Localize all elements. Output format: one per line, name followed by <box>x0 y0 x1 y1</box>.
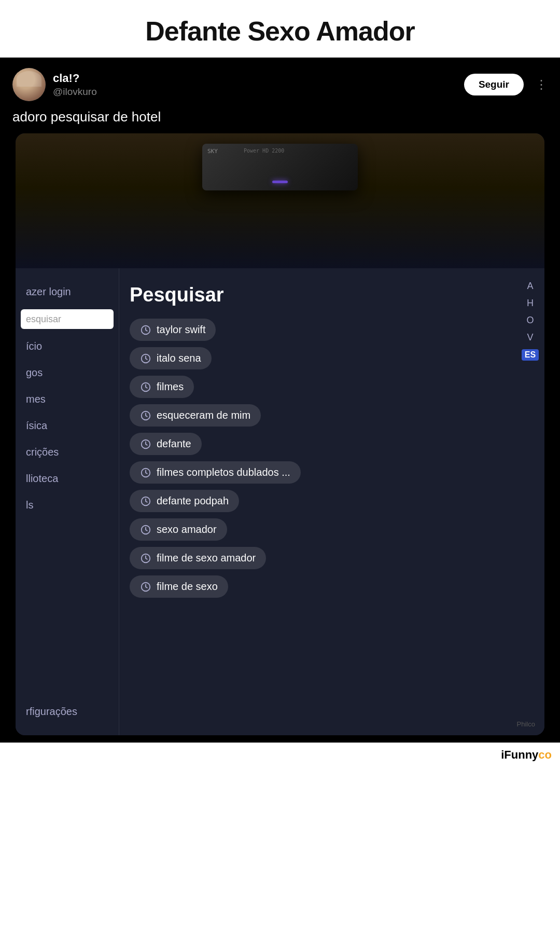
tv-ui: azer login esquisar ício gos mes ísica <box>16 268 544 735</box>
suggestion-chip[interactable]: sexo amador <box>130 518 227 541</box>
sidebar-settings[interactable]: rfigurações <box>16 698 119 725</box>
suggestion-chip[interactable]: filme de sexo <box>130 575 228 598</box>
clock-icon <box>140 581 151 593</box>
user-info: cla!? @ilovkuro <box>53 72 457 98</box>
tv-device: SKY Power HD 2200 <box>202 144 358 190</box>
suggestion-chip[interactable]: defante <box>130 433 202 455</box>
clock-icon <box>140 324 151 336</box>
tv-sidebar: azer login esquisar ício gos mes ísica <box>16 268 119 735</box>
tweet-section: cla!? @ilovkuro Seguir ⋮ adoro pesquisar… <box>0 58 560 743</box>
tv-light <box>272 181 288 183</box>
suggestion-label: italo sena <box>157 352 201 364</box>
suggestion-label: defante <box>157 438 191 450</box>
suggestion-chip[interactable]: italo sena <box>130 347 212 369</box>
search-input-text: esquisar <box>26 314 61 325</box>
suggestion-label: defante podpah <box>157 495 229 507</box>
suggestion-label: taylor swift <box>157 324 205 336</box>
suggestion-chip[interactable]: taylor swift <box>130 319 216 341</box>
tv-device-label2: Power HD 2200 <box>244 148 284 154</box>
search-title: Pesquisar <box>130 284 506 306</box>
clock-icon <box>140 410 151 421</box>
suggestion-label: filmes completos dublados ... <box>157 466 290 478</box>
follow-button[interactable]: Seguir <box>464 74 524 95</box>
tweet-header: cla!? @ilovkuro Seguir ⋮ <box>12 68 548 101</box>
suggestion-label: filme de sexo <box>157 581 218 593</box>
suggestion-label: sexo amador <box>157 524 217 535</box>
alpha-letter-o[interactable]: O <box>526 313 534 328</box>
alpha-badge[interactable]: ES <box>522 349 539 361</box>
alpha-letter-v[interactable]: V <box>527 330 533 345</box>
sidebar-item-login[interactable]: azer login <box>16 279 119 305</box>
sidebar-item-7[interactable]: ls <box>16 492 119 518</box>
sidebar-item-4[interactable]: ísica <box>16 413 119 439</box>
clock-icon <box>140 467 151 478</box>
avatar <box>12 68 46 101</box>
sidebar-bottom: rfigurações <box>16 698 119 725</box>
more-icon[interactable]: ⋮ <box>535 77 548 92</box>
alpha-letter-h[interactable]: H <box>527 296 534 311</box>
tv-card: SKY Power HD 2200 azer login esquisar íc… <box>16 133 544 735</box>
sidebar-item-home[interactable]: ício <box>16 333 119 360</box>
tv-device-label: SKY <box>207 148 218 155</box>
ifunny-logo-suffix: co <box>538 748 552 761</box>
clock-icon <box>140 496 151 507</box>
tv-alphabet-bar: AHOVES <box>516 268 544 735</box>
sidebar-item-3[interactable]: mes <box>16 386 119 413</box>
search-suggestions: taylor swiftitalo senafilmesesqueceram d… <box>130 319 506 598</box>
clock-icon <box>140 381 151 393</box>
sidebar-item-2[interactable]: gos <box>16 360 119 386</box>
clock-icon <box>140 438 151 450</box>
sidebar-item-6[interactable]: llioteca <box>16 465 119 492</box>
user-name: cla!? <box>53 72 457 85</box>
ifunny-logo: iFunnyco <box>501 748 552 762</box>
tv-main: Pesquisar taylor swiftitalo senafilmeses… <box>119 268 516 735</box>
suggestion-chip[interactable]: esqueceram de mim <box>130 404 261 427</box>
ifunny-logo-text: iFunny <box>501 748 538 761</box>
tweet-text: adoro pesquisar de hotel <box>12 107 548 126</box>
suggestion-chip[interactable]: filmes completos dublados ... <box>130 461 301 484</box>
suggestion-label: filmes <box>157 381 184 393</box>
philco-watermark: Philco <box>517 720 535 728</box>
alpha-letter-a[interactable]: A <box>527 279 533 294</box>
suggestion-chip[interactable]: filme de sexo amador <box>130 547 266 569</box>
clock-icon <box>140 353 151 364</box>
user-handle: @ilovkuro <box>53 86 457 98</box>
page-header: Defante Sexo Amador <box>0 0 560 58</box>
search-input-container[interactable]: esquisar <box>21 309 114 329</box>
suggestion-label: esqueceram de mim <box>157 409 250 421</box>
tv-photo: SKY Power HD 2200 <box>16 133 544 268</box>
clock-icon <box>140 524 151 535</box>
ifunny-footer: iFunnyco <box>0 743 560 767</box>
suggestion-chip[interactable]: defante podpah <box>130 490 239 512</box>
clock-icon <box>140 553 151 564</box>
page-title: Defante Sexo Amador <box>10 16 550 47</box>
suggestion-chip[interactable]: filmes <box>130 376 194 398</box>
sidebar-item-5[interactable]: crições <box>16 439 119 465</box>
suggestion-label: filme de sexo amador <box>157 552 256 564</box>
